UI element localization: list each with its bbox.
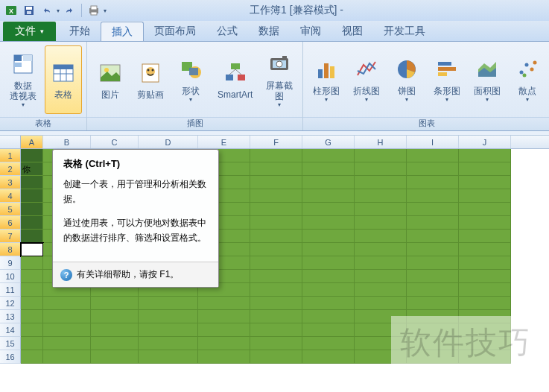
cell-F4[interactable] xyxy=(250,189,302,203)
cell-D13[interactable] xyxy=(139,310,198,323)
cell-G10[interactable] xyxy=(302,270,355,283)
cell-J1[interactable] xyxy=(459,149,511,162)
cell-F15[interactable] xyxy=(250,337,302,350)
cell-J4[interactable] xyxy=(459,189,511,203)
cell-G13[interactable] xyxy=(302,310,355,323)
cell-J8[interactable] xyxy=(459,243,511,256)
cell-H5[interactable] xyxy=(355,203,407,216)
cell-A2[interactable]: 你 xyxy=(21,162,43,176)
cell-A14[interactable] xyxy=(21,323,43,337)
cell-G16[interactable] xyxy=(302,350,355,364)
cell-A16[interactable] xyxy=(21,350,43,364)
cell-G8[interactable] xyxy=(302,243,355,256)
col-header-G[interactable]: G xyxy=(302,136,355,148)
col-header-F[interactable]: F xyxy=(250,136,302,148)
cell-G14[interactable] xyxy=(302,323,355,337)
cell-F16[interactable] xyxy=(250,350,302,364)
cell-H2[interactable] xyxy=(355,162,407,176)
cell-I7[interactable] xyxy=(407,230,459,243)
row-header-3[interactable]: 3 xyxy=(0,176,21,189)
cell-I2[interactable] xyxy=(407,162,459,176)
cell-A9[interactable] xyxy=(21,256,43,270)
line-button[interactable]: 折线图 xyxy=(348,45,385,114)
cell-H9[interactable] xyxy=(355,256,407,270)
cell-F3[interactable] xyxy=(250,176,302,189)
cell-A4[interactable] xyxy=(21,189,43,203)
cell-H6[interactable] xyxy=(355,216,407,230)
cell-G2[interactable] xyxy=(302,162,355,176)
bar-button[interactable]: 条形图 xyxy=(428,45,466,114)
col-header-H[interactable]: H xyxy=(355,136,407,148)
row-header-11[interactable]: 11 xyxy=(0,283,21,297)
cell-A13[interactable] xyxy=(21,310,43,323)
cell-F13[interactable] xyxy=(250,310,302,323)
cell-I3[interactable] xyxy=(407,176,459,189)
row-header-16[interactable]: 16 xyxy=(0,350,21,364)
cell-F8[interactable] xyxy=(250,243,302,256)
cell-F2[interactable] xyxy=(250,162,302,176)
cell-F14[interactable] xyxy=(250,323,302,337)
cell-C14[interactable] xyxy=(91,323,139,337)
cell-I10[interactable] xyxy=(407,270,459,283)
cell-G1[interactable] xyxy=(302,149,355,162)
cell-F6[interactable] xyxy=(250,216,302,230)
row-header-14[interactable]: 14 xyxy=(0,323,21,337)
cell-A7[interactable] xyxy=(21,230,43,243)
row-header-10[interactable]: 10 xyxy=(0,270,21,283)
cell-D12[interactable] xyxy=(139,297,198,310)
cell-A8[interactable] xyxy=(21,243,43,256)
cell-B16[interactable] xyxy=(43,350,91,364)
row-header-13[interactable]: 13 xyxy=(0,310,21,323)
shapes-button[interactable]: 形状 xyxy=(172,45,209,114)
cell-F1[interactable] xyxy=(250,149,302,162)
cell-A6[interactable] xyxy=(21,216,43,230)
cell-G5[interactable] xyxy=(302,203,355,216)
cell-B13[interactable] xyxy=(43,310,91,323)
cell-E15[interactable] xyxy=(198,337,250,350)
cell-G9[interactable] xyxy=(302,256,355,270)
select-all-corner[interactable] xyxy=(0,136,21,148)
cell-J6[interactable] xyxy=(459,216,511,230)
cell-E14[interactable] xyxy=(198,323,250,337)
cell-D16[interactable] xyxy=(139,350,198,364)
cell-C15[interactable] xyxy=(91,337,139,350)
row-header-2[interactable]: 2 xyxy=(0,162,21,176)
col-header-I[interactable]: I xyxy=(407,136,459,148)
cell-G4[interactable] xyxy=(302,189,355,203)
undo-dropdown-icon[interactable]: ▾ xyxy=(57,7,60,14)
cell-J5[interactable] xyxy=(459,203,511,216)
cell-G15[interactable] xyxy=(302,337,355,350)
row-header-12[interactable]: 12 xyxy=(0,297,21,310)
row-header-5[interactable]: 5 xyxy=(0,203,21,216)
cell-I6[interactable] xyxy=(407,216,459,230)
tab-数据[interactable]: 数据 xyxy=(248,22,290,41)
cell-D15[interactable] xyxy=(139,337,198,350)
tab-开始[interactable]: 开始 xyxy=(59,22,101,41)
cell-F12[interactable] xyxy=(250,297,302,310)
print-preview-icon[interactable] xyxy=(86,2,102,19)
column-button[interactable]: 柱形图 xyxy=(308,45,345,114)
col-header-A[interactable]: A xyxy=(21,136,43,148)
excel-icon[interactable]: X xyxy=(3,2,19,19)
row-header-1[interactable]: 1 xyxy=(0,149,21,162)
cell-A15[interactable] xyxy=(21,337,43,350)
cell-F9[interactable] xyxy=(250,256,302,270)
cell-E13[interactable] xyxy=(198,310,250,323)
col-header-B[interactable]: B xyxy=(43,136,91,148)
cell-F5[interactable] xyxy=(250,203,302,216)
cell-I1[interactable] xyxy=(407,149,459,162)
pivot-button[interactable]: 数据透视表 xyxy=(4,45,42,114)
cell-C12[interactable] xyxy=(91,297,139,310)
undo-icon[interactable] xyxy=(39,2,55,19)
area-button[interactable]: 面积图 xyxy=(469,45,506,114)
cell-J11[interactable] xyxy=(459,283,511,297)
cell-H1[interactable] xyxy=(355,149,407,162)
tab-插入[interactable]: 插入 xyxy=(101,22,144,41)
tab-视图[interactable]: 视图 xyxy=(331,22,373,41)
cell-I12[interactable] xyxy=(407,297,459,310)
redo-icon[interactable] xyxy=(61,2,77,19)
col-header-E[interactable]: E xyxy=(198,136,250,148)
tab-审阅[interactable]: 审阅 xyxy=(290,22,331,41)
row-header-6[interactable]: 6 xyxy=(0,216,21,230)
cell-B14[interactable] xyxy=(43,323,91,337)
